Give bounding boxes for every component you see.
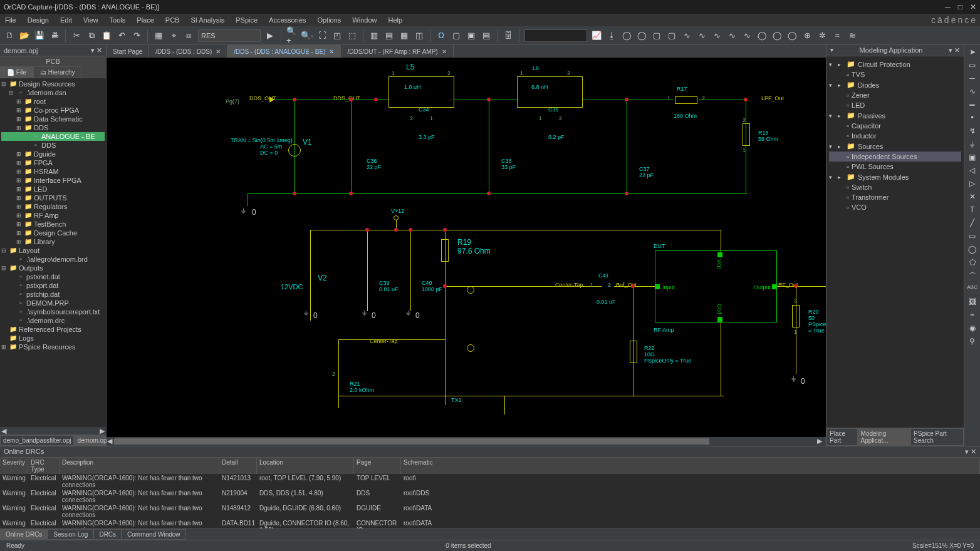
drc-row[interactable]: WarningElectricalWARNING(ORCAP-1600): Ne… [0, 474, 980, 489]
grp1-icon[interactable]: ▥ [368, 30, 380, 41]
w3-icon[interactable]: ∿ [711, 30, 722, 41]
tree-item[interactable]: ⊞📁Data Schematic [1, 115, 105, 123]
col-page[interactable]: Page [354, 458, 401, 474]
minimize-icon[interactable]: ─ [945, 3, 951, 11]
tree-item[interactable]: ⊞📁LED [1, 185, 105, 193]
net-icon[interactable]: ∿ [967, 87, 978, 98]
menu-tools[interactable]: Tools [107, 16, 128, 24]
tree-item[interactable]: ▫DEMOM.PRP [1, 299, 105, 307]
rp-category[interactable]: ▾▸📁System Modules [829, 172, 961, 182]
part-place-icon[interactable]: ▭ [967, 61, 978, 72]
menu-si-analysis[interactable]: SI Analysis [188, 16, 227, 24]
zoom-area-icon[interactable]: ◰ [331, 30, 343, 41]
undo-icon[interactable]: ↶ [116, 30, 127, 41]
rp-drop-icon[interactable]: ▾ [949, 46, 952, 54]
open-icon[interactable]: 📂 [19, 30, 30, 41]
tab-close-icon[interactable]: ✕ [216, 48, 221, 55]
rp-category[interactable]: ▾▸📁Sources [829, 141, 961, 152]
tree-item[interactable]: ▫.\allegro\demom.brd [1, 255, 105, 264]
rp-item[interactable]: ▫LED [829, 100, 961, 110]
arc-icon[interactable]: ⌒ [967, 271, 978, 282]
tree-item[interactable]: ▫ANALOGUE - BE [1, 132, 105, 141]
menu-pspice[interactable]: PSpice [233, 16, 260, 24]
menu-window[interactable]: Window [350, 16, 379, 24]
tree-item[interactable]: ▫.\demom.drc [1, 316, 105, 325]
menu-options[interactable]: Options [315, 16, 343, 24]
junction-icon[interactable]: • [967, 113, 978, 125]
tree-item[interactable]: ⊟📁Design Resources [1, 80, 105, 88]
dl-icon[interactable]: ⭳ [606, 30, 617, 41]
doc-tab[interactable]: /DDS/DUT - (RF Amp : RF AMP)✕ [341, 45, 453, 58]
drc-drop-icon[interactable]: ▾ [965, 448, 969, 455]
search-input[interactable] [524, 29, 587, 42]
doc3-icon[interactable]: ▤ [481, 30, 492, 41]
o1-icon[interactable]: ◯ [756, 30, 768, 41]
rp-item[interactable]: ▫VCO [829, 202, 961, 212]
o2-icon[interactable]: ◯ [771, 30, 783, 41]
col-location[interactable]: Location [257, 458, 354, 474]
zoom-fit-icon[interactable]: ⛶ [316, 30, 328, 41]
rect-icon[interactable]: ▭ [967, 232, 978, 243]
tree-item[interactable]: ⊞📁Interface FPGA [1, 176, 105, 185]
abc-icon[interactable]: ABC [967, 284, 978, 296]
drc-row[interactable]: WarningElectricalWARNING(ORCAP-1600): Ne… [0, 489, 980, 504]
t2-icon[interactable]: ✲ [816, 30, 828, 41]
rp-bottom-tab[interactable]: PSpice Part Search [910, 428, 964, 446]
tree-item[interactable]: ⊞📁Dguide [1, 150, 105, 158]
bottom-tab[interactable]: Online DRCs [0, 529, 48, 540]
menu-help[interactable]: Help [385, 16, 405, 24]
scroll-left-icon[interactable]: ◀ [1, 427, 6, 435]
redo-icon[interactable]: ↷ [131, 30, 142, 41]
line-icon[interactable]: ╱ [967, 219, 978, 230]
panel-close-icon[interactable]: ✕ [96, 46, 102, 54]
gnd-icon[interactable]: ⏚ [967, 140, 978, 151]
w5-icon[interactable]: ∿ [741, 30, 753, 41]
zoom-sel-icon[interactable]: ⬚ [347, 30, 358, 41]
wire-icon[interactable]: ─ [967, 74, 978, 85]
bottom-tab[interactable]: Session Log [48, 529, 93, 540]
o3-icon[interactable]: ◯ [786, 30, 798, 41]
drc-row[interactable]: WarningElectricalWARNING(ORCAP-1600): Ne… [0, 504, 980, 519]
project-tree[interactable]: ⊟📁Design Resources⊟▫.\demom.dsn⊞📁root⊞📁C… [0, 78, 106, 427]
horseshoe-icon[interactable]: Ω [435, 30, 447, 41]
cut-icon[interactable]: ✂ [71, 30, 82, 41]
bus-icon[interactable]: ═ [967, 100, 978, 111]
rp-bottom-tab[interactable]: Modeling Applicat... [858, 428, 910, 446]
ellipse-icon[interactable]: ◯ [967, 245, 978, 256]
power-icon[interactable]: ↯ [967, 126, 978, 138]
menu-pcb[interactable]: PCB [163, 16, 182, 24]
t3-icon[interactable]: ≈ [831, 30, 843, 41]
tree-item[interactable]: ⊞📁Library [1, 237, 105, 246]
rp-bottom-tab[interactable]: Place Part [826, 428, 858, 446]
col-schematic[interactable]: Schematic [401, 458, 980, 474]
w1-icon[interactable]: ∿ [681, 30, 692, 41]
bottom-tab[interactable]: DRCs [93, 529, 122, 540]
bottom-tab[interactable]: Command Window [122, 529, 185, 540]
chart-icon[interactable]: 📈 [591, 30, 602, 41]
c2-icon[interactable]: ◯ [636, 30, 647, 41]
tree-item[interactable]: ▫.\symbolsourcereport.txt [1, 307, 105, 316]
copy-icon[interactable]: ⧉ [86, 30, 97, 41]
offpage-icon[interactable]: ▷ [967, 179, 978, 190]
db-icon[interactable]: 🗄 [503, 30, 514, 41]
file-tab[interactable]: 📄 File [0, 66, 33, 78]
grid-icon[interactable]: ▦ [153, 30, 164, 41]
w4-icon[interactable]: ∿ [726, 30, 738, 41]
menu-file[interactable]: File [3, 16, 19, 24]
tree-item[interactable]: ⊟📁Layout [1, 246, 105, 255]
meter-icon[interactable]: ◉ [967, 324, 978, 335]
grp3-icon[interactable]: ▦ [399, 30, 410, 41]
rp-item[interactable]: ▫PWL Sources [829, 162, 961, 172]
tree-item[interactable]: ▫DDS [1, 141, 105, 150]
tree-item[interactable]: ⊞📁OUTPUTS [1, 193, 105, 202]
tree-item[interactable]: ⊞📁PSpice Resources [1, 342, 105, 351]
tree-item[interactable]: ⊞📁root [1, 97, 105, 106]
hier-icon[interactable]: ▣ [967, 153, 978, 164]
rp-category[interactable]: ▾▸📁Circuit Protection [829, 59, 961, 70]
tree-item[interactable]: ⊞📁Co-proc FPGA [1, 106, 105, 115]
poly-icon[interactable]: ⬠ [967, 258, 978, 269]
rp-item[interactable]: ▫Zener [829, 90, 961, 100]
tree-item[interactable]: ⊞📁HSRAM [1, 167, 105, 176]
project-foot-tab[interactable]: demom.opj [74, 435, 111, 446]
project-foot-tab[interactable]: demo_bandpassfilter.opj [0, 435, 74, 446]
